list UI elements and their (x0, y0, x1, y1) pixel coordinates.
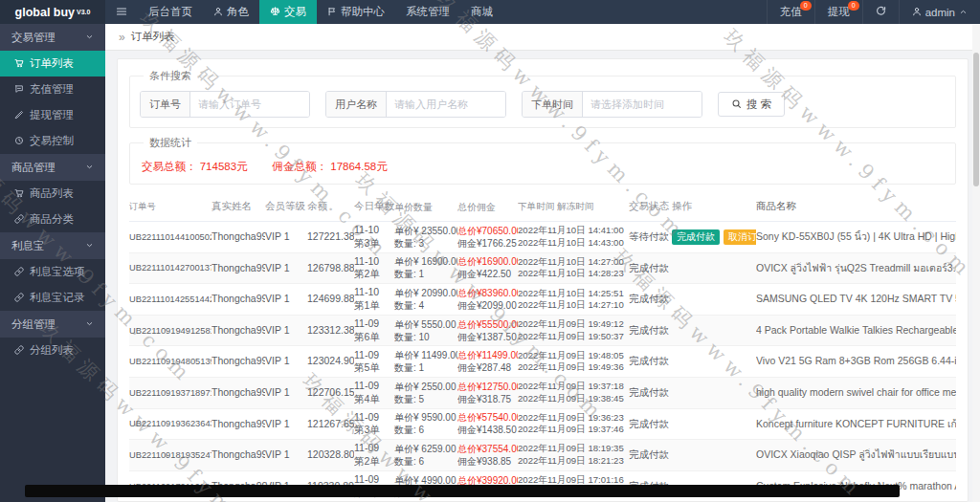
topbar-menu-item[interactable]: 系统管理 (395, 0, 460, 24)
sidebar-toggle-button[interactable] (105, 0, 138, 24)
cell-today-orders: 11-10第3单 (354, 224, 394, 250)
cell-trade-status: 等待付款 (629, 230, 672, 244)
column-header: 会员等级 (265, 200, 307, 213)
cell-real-name: Thongcha99 (212, 262, 265, 275)
search-field-label: 订单号 (141, 92, 190, 117)
sidebar-group-label: 分组管理 (11, 317, 56, 332)
cell-total-commission: 总价¥57540.00佣金¥1438.50 (457, 411, 518, 436)
cell-total-commission: 总价¥12750.00佣金¥318.75 (457, 381, 518, 405)
topbar-menu-item[interactable]: 交易 (259, 0, 317, 24)
flag-icon (327, 7, 337, 18)
sidebar-item[interactable]: 订单列表 (0, 51, 105, 76)
cell-times: 2022年11月09日 18:19:352022年11月09日 18:21:23 (518, 443, 629, 467)
topbar-menu: 后台首页角色交易帮助中心系统管理商城 (138, 0, 503, 24)
recharge-button[interactable]: 充值 0 (767, 0, 814, 24)
search-field-input[interactable] (190, 92, 309, 117)
topbar-menu-item[interactable]: 角色 (203, 0, 259, 24)
cell-product-name: Sony KD-55XB0J (55 นิ้ว) | 4K Ultra HD |… (756, 230, 956, 244)
sidebar-item-label: 分组列表 (30, 343, 74, 358)
withdraw-label: 提现 (828, 5, 850, 19)
sidebar-group[interactable]: 分组管理 (0, 311, 105, 338)
topbar-menu-item-label: 帮助中心 (341, 5, 385, 19)
vertical-scrollbar[interactable] (972, 24, 980, 502)
sidebar-item-label: 提现管理 (30, 108, 74, 122)
refresh-button[interactable] (862, 0, 899, 24)
person-icon (213, 7, 223, 18)
search-button-label: 搜 索 (746, 98, 771, 112)
table-row: UB2211101441005027Thongcha99VIP 1127221.… (129, 222, 956, 253)
sidebar-item[interactable]: 商品分类 (0, 207, 105, 232)
sidebar-item-label: 充值管理 (30, 82, 74, 97)
search-button[interactable]: 搜 索 (718, 92, 785, 117)
cell-actions: 完成付款取消订单 (672, 229, 756, 245)
cell-order-id: UB2211091937189717 (129, 387, 212, 399)
sidebar-item[interactable]: 利息宝记录 (0, 285, 105, 311)
column-header: 操作 (672, 200, 756, 213)
search-field-input[interactable] (583, 92, 702, 117)
cell-today-orders: 11-09第4单 (354, 380, 394, 405)
search-field-input[interactable] (387, 92, 505, 117)
sidebar-item[interactable]: 商品列表 (0, 181, 105, 207)
sidebar-group[interactable]: 利息宝 (0, 232, 105, 259)
app-logo-text: global buy (15, 6, 76, 19)
cell-times: 2022年11月10日 14:27:002022年11月10日 14:28:23 (518, 256, 629, 280)
recharge-label: 充值 (780, 5, 802, 19)
breadcrumb-label: 订单列表 (131, 30, 175, 44)
topbar-menu-item-label: 角色 (227, 5, 249, 19)
caret-up-icon (959, 7, 968, 18)
cell-trade-status: 完成付款 (629, 355, 672, 368)
table-row: UB2211091937189717Thongcha99VIP 1122706.… (129, 378, 956, 409)
table-row: UB2211101425514425Thongcha99VIP 1124699.… (129, 284, 956, 316)
sidebar-item[interactable]: 分组列表 (0, 338, 105, 363)
cell-total-commission: 总价¥83960.00佣金¥2099.00 (457, 287, 518, 312)
sidebar-group[interactable]: 商品管理 (0, 154, 105, 181)
column-header: 总价佣金 (457, 201, 518, 213)
orders-table-header: 订单号真实姓名会员等级余额今日单数单价数量总价佣金下单时间 解冻时间交易状态操作… (129, 192, 956, 222)
sidebar-item[interactable]: 利息宝选项 (0, 259, 105, 285)
withdraw-button[interactable]: 提现 0 (814, 0, 862, 24)
chevron-down-icon (85, 162, 94, 173)
link-icon (14, 293, 24, 304)
topbar-menu-item[interactable]: 商城 (460, 0, 503, 24)
stats-panel: 数据统计 交易总额： 714583元佣金总额： 17864.58元 (129, 136, 956, 185)
cell-times: 2022年11月10日 14:41:002022年11月10日 14:43:00 (518, 225, 629, 249)
cell-times: 2022年11月09日 19:37:182022年11月09日 19:38:45 (518, 381, 629, 404)
cell-times: 2022年11月09日 19:36:232022年11月09日 19:37:46 (518, 412, 629, 436)
scrollbar-thumb[interactable] (973, 53, 979, 186)
sidebar-group[interactable]: 交易管理 (0, 24, 105, 51)
topbar-menu-item[interactable]: 帮助中心 (317, 0, 395, 24)
column-header: 今日单数 (354, 200, 394, 213)
table-row: UB2211091948051391Thongcha99VIP 1123024.… (129, 346, 956, 378)
stat-item: 佣金总额： 17864.58元 (273, 160, 388, 174)
sidebar-item[interactable]: 提现管理 (0, 102, 105, 128)
sidebar-group-label: 商品管理 (11, 161, 56, 175)
column-header: 商品名称 (756, 200, 956, 213)
app-window: global buyV3.0 后台首页角色交易帮助中心系统管理商城 充值 0 提… (0, 0, 980, 502)
sidebar-item[interactable]: 交易控制 (0, 128, 105, 154)
sidebar-item[interactable]: 充值管理 (0, 76, 105, 102)
refresh-icon (876, 6, 886, 18)
cart-icon (14, 58, 24, 70)
cell-order-id: UB2211091819352478 (129, 449, 212, 461)
admin-menu[interactable]: admin (899, 0, 980, 24)
cell-times: 2022年11月10日 14:25:512022年11月10日 14:27:10 (518, 288, 629, 312)
column-header: 下单时间 解冻时间 (518, 201, 629, 212)
topbar-menu-item[interactable]: 后台首页 (138, 0, 203, 24)
user-icon (912, 7, 922, 18)
cell-member-level: VIP 1 (265, 355, 307, 368)
column-header: 订单号 (129, 201, 212, 212)
link-icon (14, 214, 24, 226)
search-field-label: 用户名称 (326, 92, 387, 117)
sidebar-group-label: 利息宝 (11, 239, 45, 253)
cell-product-name: Vivo V21 5G Ram 8+3GB Rom 256GB 6.44-inc… (756, 355, 956, 368)
cancel-order-button[interactable]: 取消订单 (724, 229, 756, 245)
search-row: 订单号用户名称下单时间 搜 索 (140, 91, 946, 118)
cell-unit-price-qty: 单价¥ 5550.00数量: 10 (394, 318, 457, 343)
cell-product-name: OVICX Xiaoqiao QISP ลู่วิ่งไฟฟ้าแบบเรียบ… (756, 448, 956, 462)
orders-table: 订单号真实姓名会员等级余额今日单数单价数量总价佣金下单时间 解冻时间交易状态操作… (129, 192, 956, 502)
admin-label: admin (925, 7, 955, 18)
cell-total-commission: 总价¥55500.00佣金¥1387.50 (457, 318, 518, 343)
complete-payment-button[interactable]: 完成付款 (672, 229, 720, 245)
topbar-menu-item-label: 后台首页 (148, 5, 192, 19)
cell-product-name: OVICX ลู่วิ่งไฟฟ้า รุ่นQ2S Treadmill มอเ… (756, 262, 956, 275)
